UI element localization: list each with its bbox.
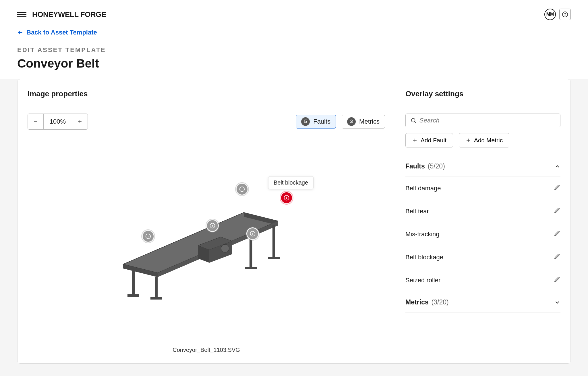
- metrics-count-badge: 3: [347, 117, 356, 126]
- info-icon: [250, 231, 256, 237]
- svg-rect-11: [127, 294, 139, 297]
- back-link-label: Back to Asset Template: [26, 29, 97, 36]
- edit-icon: [554, 253, 560, 260]
- fault-marker[interactable]: [206, 219, 219, 232]
- svg-rect-16: [272, 225, 275, 258]
- plus-icon: [77, 119, 83, 124]
- chevron-down-icon: [554, 299, 560, 306]
- fault-item: Belt tear: [405, 200, 560, 223]
- faults-section-label: Faults: [405, 162, 425, 170]
- add-fault-label: Add Fault: [421, 137, 446, 144]
- plus-icon: [465, 137, 471, 143]
- fault-item: Seized roller: [405, 269, 560, 292]
- help-icon: [562, 11, 568, 18]
- metrics-section-header[interactable]: Metrics (3/20): [405, 292, 560, 313]
- faults-toggle[interactable]: 5 Faults: [296, 115, 336, 128]
- edit-icon: [554, 184, 560, 191]
- help-button[interactable]: [559, 9, 571, 20]
- zoom-in-button[interactable]: [72, 114, 88, 129]
- image-filename: Conveyor_Belt_1103.SVG: [18, 347, 395, 353]
- back-link[interactable]: Back to Asset Template: [17, 29, 97, 36]
- svg-point-23: [411, 118, 415, 122]
- faults-count-badge: 5: [301, 117, 310, 126]
- faults-section-count: (5/20): [428, 162, 445, 170]
- page-title: Conveyor Belt: [17, 57, 571, 70]
- search-input[interactable]: [419, 117, 556, 124]
- conveyor-image: [117, 198, 295, 302]
- info-icon: [284, 195, 289, 201]
- svg-rect-17: [268, 257, 280, 259]
- search-input-wrap[interactable]: [405, 114, 560, 127]
- arrow-left-icon: [17, 29, 24, 36]
- fault-item-label: Mis-tracking: [405, 231, 440, 238]
- edit-button[interactable]: [554, 253, 560, 261]
- fault-marker[interactable]: [246, 227, 259, 240]
- info-icon: [145, 233, 151, 239]
- fault-item-label: Belt blockage: [405, 254, 443, 261]
- zoom-out-button[interactable]: [28, 114, 43, 129]
- fault-item: Mis-tracking: [405, 223, 560, 246]
- info-icon: [239, 186, 245, 192]
- metrics-toggle[interactable]: 3 Metrics: [342, 115, 385, 128]
- fault-item-label: Belt tear: [405, 208, 429, 215]
- fault-item: Belt blockage: [405, 246, 560, 269]
- svg-marker-2: [123, 212, 278, 273]
- svg-point-9: [221, 244, 229, 252]
- edit-icon: [554, 230, 560, 237]
- metrics-toggle-label: Metrics: [359, 118, 380, 125]
- faults-section-header[interactable]: Faults (5/20): [405, 156, 560, 177]
- fault-item-label: Seized roller: [405, 277, 440, 284]
- marker-tooltip: Belt blockage: [268, 176, 314, 189]
- svg-rect-13: [150, 297, 162, 300]
- svg-rect-10: [132, 270, 135, 296]
- edit-button[interactable]: [554, 230, 560, 238]
- add-metric-label: Add Metric: [474, 137, 503, 144]
- metrics-section-label: Metrics: [405, 298, 429, 306]
- metrics-section-count: (3/20): [432, 298, 449, 306]
- svg-point-1: [565, 16, 565, 16]
- edit-button[interactable]: [554, 276, 560, 284]
- right-panel-title: Overlay settings: [405, 89, 560, 98]
- edit-button[interactable]: [554, 207, 560, 215]
- brand-logo: HONEYWELL FORGE: [32, 10, 106, 19]
- zoom-control: 100%: [28, 114, 88, 130]
- edit-icon: [554, 207, 560, 214]
- svg-rect-12: [155, 277, 158, 299]
- zoom-value: 100%: [43, 114, 72, 129]
- chevron-up-icon: [554, 163, 560, 170]
- edit-button[interactable]: [554, 184, 560, 192]
- fault-item: Belt damage: [405, 177, 560, 200]
- left-panel-title: Image properties: [28, 89, 385, 98]
- search-icon: [410, 117, 417, 124]
- info-icon: [210, 223, 215, 229]
- plus-icon: [412, 137, 418, 143]
- add-fault-button[interactable]: Add Fault: [405, 133, 453, 147]
- page-overline: EDIT ASSET TEMPLATE: [17, 46, 571, 54]
- svg-rect-15: [245, 267, 257, 269]
- fault-marker-belt-blockage[interactable]: [280, 191, 293, 204]
- add-metric-button[interactable]: Add Metric: [459, 133, 509, 147]
- fault-item-label: Belt damage: [405, 185, 441, 192]
- minus-icon: [33, 119, 38, 124]
- avatar[interactable]: MM: [544, 9, 556, 20]
- fault-marker[interactable]: [142, 230, 154, 243]
- fault-marker[interactable]: [236, 183, 248, 195]
- hamburger-menu-icon[interactable]: [17, 10, 26, 19]
- edit-icon: [554, 276, 560, 283]
- faults-toggle-label: Faults: [313, 118, 330, 125]
